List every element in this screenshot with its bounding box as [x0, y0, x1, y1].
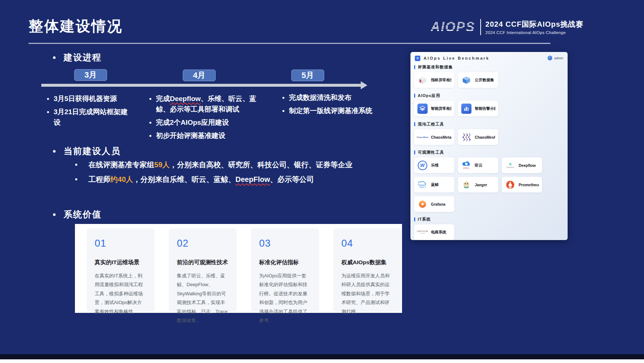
section-accent-bar [414, 217, 415, 221]
benchmark-logo-icon: ≋ [415, 56, 420, 61]
benchmark-card-lanjing[interactable]: 蓝鲸智云 蓝鲸 [414, 177, 454, 192]
month-badge-april: 4月 [183, 70, 216, 81]
benchmark-card-label: 智能异常检测 [431, 106, 451, 111]
benchmark-card-label: 蓝鲸 [431, 182, 439, 187]
benchmark-card-label: Jaeger [475, 183, 487, 187]
text-segment: 3月5日获得机器资源 [54, 95, 117, 102]
benchmark-section-label: AIOps应用 [414, 93, 564, 98]
benchmark-title: AIOps Live Benchmark [424, 56, 489, 60]
bullet-dot [53, 213, 56, 216]
benchmark-card-grid: 智能异常检测 智能告警分析 [414, 101, 564, 116]
benchmark-card-grid: 指标异常检测评... 公开数据集 [414, 72, 564, 88]
milestone-item: •制定第一版线评测基准系统 [282, 105, 384, 116]
tingyun-wordmark: 基调听云 [463, 168, 470, 169]
value-card: 03 标准化评估指标 为AIOps应用提供一套标准化的评估指标和排行榜。促进技术… [251, 228, 319, 312]
deepflow-logo-icon: ✳ [508, 162, 512, 166]
benchmark-card-label: ChaosMeta [431, 135, 451, 139]
text-segment: 初步开始评测基准建设 [156, 132, 226, 139]
milestone-item: •完成Deepflow、乐维、听云、蓝鲸、必示等工具部署和调试 [149, 93, 262, 115]
benchmark-section-label: IT系统 [414, 217, 564, 222]
user-menu[interactable]: admin [548, 56, 563, 60]
benchmark-card-label: 公开数据集 [475, 78, 494, 83]
benchmark-card-label: Prometheus [519, 183, 539, 187]
benchmark-card-anomaly-detection[interactable]: 智能异常检测 [414, 101, 454, 116]
bullet-dot [53, 150, 56, 153]
value-card-number: 03 [259, 238, 311, 249]
benchmark-card-public-dataset[interactable]: 公开数据集 [458, 72, 498, 88]
jaeger-logo-icon [462, 180, 471, 189]
section-heading-label: 系统价值 [64, 209, 102, 220]
text-segment: 完成 [156, 95, 170, 102]
team-list: •在线评测基准专家组59人，分别来自高校、研究所、科技公司、银行、证券等企业•工… [75, 160, 440, 189]
benchmark-section: IT系统 BOUTIQUE● ● ● 电商系统 [414, 217, 564, 240]
benchmark-card-label: Grafana [431, 202, 446, 206]
benchmark-card-prometheus[interactable]: Prometheus [502, 177, 542, 192]
milestone-column-april: •完成Deepflow、乐维、听云、蓝鲸、必示等工具部署和调试•完成2个AIOp… [149, 93, 262, 143]
metric-benchmark-icon [418, 75, 427, 85]
benchmark-card-label: 听云 [475, 163, 482, 168]
avatar[interactable] [548, 56, 552, 60]
benchmark-card-alert-analysis[interactable]: 智能告警分析 [458, 101, 498, 116]
team-item: •工程师约40人，分别来自乐维、听云、蓝鲸、DeepFlow、必示等公司 [75, 174, 440, 184]
bottom-bar [0, 354, 644, 359]
month-badge-march: 3月 [74, 69, 107, 81]
month-badge-may: 5月 [291, 70, 324, 81]
benchmark-card-chaosmesh[interactable]: ChaosMesh [458, 129, 498, 145]
benchmark-card-metric-benchmark[interactable]: 指标异常检测评... [414, 72, 454, 88]
bullet: • [47, 93, 49, 104]
value-card-number: 02 [177, 238, 229, 249]
benchmark-card-chaosmeta[interactable]: ChaosMeta ChaosMeta [414, 129, 454, 145]
benchmark-card-grid: W 乐维 基调听云 听云 ✳DeepFlow Deepflow 蓝鲸智云 蓝鲸 … [414, 157, 564, 212]
benchmark-card-label: Deepflow [519, 163, 536, 168]
section-accent-bar [414, 122, 415, 126]
milestone-item: •3月5日获得机器资源 [47, 93, 131, 104]
benchmark-card-deepflow[interactable]: ✳DeepFlow Deepflow [502, 157, 542, 173]
anomaly-detection-icon [417, 104, 428, 114]
benchmark-card-label: 指标异常检测评... [431, 78, 451, 83]
username: admin [554, 56, 563, 60]
bullet: • [282, 92, 285, 103]
text-segment: 在线评测基准专家组 [88, 161, 154, 169]
benchmark-card-label: 智能告警分析 [475, 106, 495, 111]
section-accent-bar [414, 65, 415, 69]
value-card-number: 04 [341, 238, 393, 249]
benchmark-card-grid: BOUTIQUE● ● ● 电商系统 [414, 224, 564, 240]
value-card-title: 前沿的可观测性技术 [177, 259, 229, 266]
section-heading-label: 建设进程 [64, 52, 102, 63]
boutique-logo-icon: BOUTIQUE [417, 230, 428, 232]
bullet-dot [53, 56, 56, 59]
benchmark-card-boutique[interactable]: BOUTIQUE● ● ● 电商系统 [414, 224, 454, 240]
benchmark-card-jaeger[interactable]: Jaeger [458, 177, 498, 192]
boutique-dots: ● ● ● [421, 233, 425, 235]
benchmark-card-grafana[interactable]: Grafana [414, 196, 454, 212]
benchmark-card-label: ChaosMesh [475, 135, 495, 139]
grafana-logo-icon [418, 199, 427, 209]
value-card-body: 集成了听云、乐维、蓝鲸、DeepFlow、SkyWalking等前沿的可观测技术… [177, 272, 229, 325]
benchmark-card-lewei[interactable]: W 乐维 [414, 157, 454, 173]
text-segment: 、必示等公司 [270, 175, 314, 183]
section-accent-bar [414, 94, 415, 98]
value-card-body: 在真实的IT系统上，利用流量模拟和混沌工程工具，模拟多种运维场景，测试AIOps… [95, 272, 147, 316]
chaosmesh-logo-icon [462, 132, 471, 142]
bullet: • [282, 105, 285, 116]
page-title: 整体建设情况 [29, 16, 123, 36]
text-segment: ，分别来自乐维、听云、蓝鲸、 [133, 175, 235, 183]
text-segment: 工程师 [88, 175, 110, 183]
bullet: • [149, 93, 152, 115]
value-card: 01 真实的IT运维场景 在真实的IT系统上，利用流量模拟和混沌工程工具，模拟多… [87, 228, 155, 312]
section-accent-bar [414, 150, 415, 154]
lanjing-wordmark: 蓝鲸智云 [419, 187, 426, 188]
team-item: •在线评测基准专家组59人，分别来自高校、研究所、科技公司、银行、证券等企业 [75, 160, 440, 170]
challenge-title-en: 2024 CCF International AIOps Challenge [485, 30, 583, 35]
milestone-item: •完成数据清洗和发布 [282, 92, 384, 103]
tingyun-logo-icon [462, 161, 470, 167]
value-card: 04 权威AIOps数据集 为运维应用开发人员和科研人员提供真实的运维数据和场景… [333, 228, 401, 312]
bullet: • [47, 106, 49, 128]
benchmark-card-tingyun[interactable]: 基调听云 听云 [458, 157, 498, 173]
benchmark-section: AIOps应用 智能异常检测 智能告警分析 [414, 93, 564, 116]
text-segment: 约40人 [110, 175, 133, 183]
text-segment: DeepFlow [235, 175, 270, 183]
benchmark-card-label: 乐维 [431, 163, 439, 168]
value-card-body: 为运维应用开发人员和科研人员提供真实的运维数据和场景，用于学术研究、产品测试和评… [341, 272, 393, 316]
benchmark-section: 评测基准和数据集 指标异常检测评... 公开数据集 [414, 64, 564, 88]
